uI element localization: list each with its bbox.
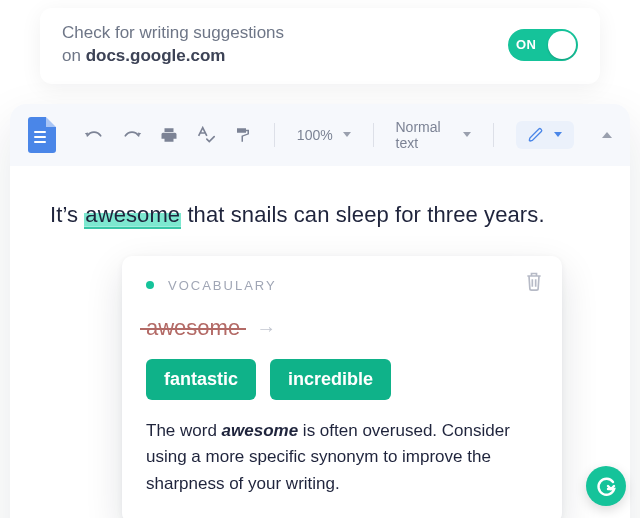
editor-toolbar: 100% Normal text [10,104,630,166]
replacement-chips: fantastic incredible [146,359,538,400]
docs-app-icon [28,117,56,153]
arrow-right-icon: → [256,318,276,338]
toolbar-history-group [84,126,252,144]
paint-format-icon[interactable] [234,126,252,144]
zoom-dropdown[interactable]: 100% [297,127,351,143]
collapse-toolbar-button[interactable] [602,132,612,138]
document-sentence[interactable]: It’s awesome that snails can sleep for t… [50,202,590,228]
document-body[interactable]: It’s awesome that snails can sleep for t… [10,166,630,518]
explanation-word: awesome [222,421,299,440]
redo-icon[interactable] [122,127,142,143]
dismiss-suggestion-button[interactable] [524,270,544,296]
highlighted-word[interactable]: awesome [84,202,181,229]
pencil-icon [528,127,544,143]
grammarly-logo-icon [594,474,618,498]
suggestion-card: VOCABULARY awesome → fantastic incredibl… [122,256,562,518]
extension-domain: docs.google.com [86,46,226,65]
original-word: awesome [146,315,240,341]
toggle-knob [548,31,576,59]
extension-card: Check for writing suggestions on docs.go… [40,8,600,84]
style-dropdown[interactable]: Normal text [396,119,472,151]
editor-panel: 100% Normal text It’s awesome that snail… [10,104,630,518]
spellcheck-icon[interactable] [196,126,216,144]
suggestion-category: VOCABULARY [168,278,277,293]
extension-line1: Check for writing suggestions [62,23,284,42]
grammarly-widget-button[interactable] [586,466,626,506]
original-word-row: awesome → [146,315,538,341]
chevron-down-icon [463,132,471,137]
sentence-after: that snails can sleep for three years. [181,202,544,227]
replacement-chip[interactable]: fantastic [146,359,256,400]
category-dot-icon [146,281,154,289]
toolbar-divider-3 [493,123,494,147]
zoom-value: 100% [297,127,333,143]
toggle-label: ON [516,37,537,52]
toolbar-divider [274,123,275,147]
replacement-chip[interactable]: incredible [270,359,391,400]
style-value: Normal text [396,119,454,151]
extension-text: Check for writing suggestions on docs.go… [62,22,284,68]
explanation-pre: The word [146,421,222,440]
undo-icon[interactable] [84,127,104,143]
sentence-before: It’s [50,202,84,227]
suggestions-toggle[interactable]: ON [508,29,578,61]
chevron-down-icon [343,132,351,137]
suggestion-explanation: The word awesome is often overused. Cons… [146,418,538,497]
print-icon[interactable] [160,126,178,144]
edit-mode-button[interactable] [516,121,574,149]
toolbar-divider-2 [373,123,374,147]
trash-icon [524,270,544,292]
extension-line2-prefix: on [62,46,86,65]
chevron-down-icon [554,132,562,137]
suggestion-header: VOCABULARY [146,278,538,293]
